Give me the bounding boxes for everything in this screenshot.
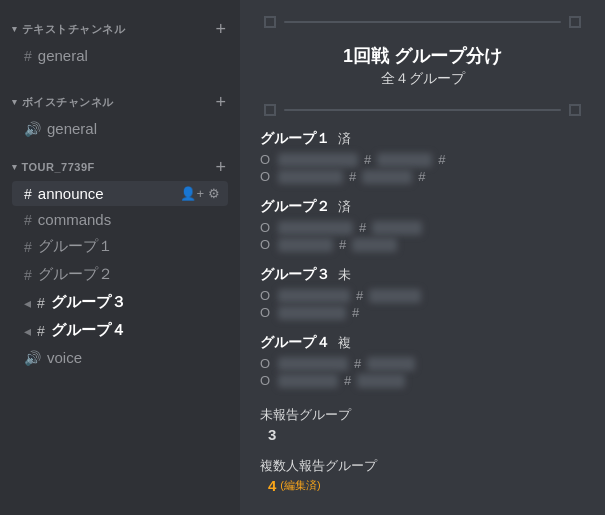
channel-label-announce: announce [38,185,104,202]
bottom-bar-box-left [264,104,276,116]
group-block-2: グループ２ 済 O # O # [260,198,585,252]
group4-status: 複 [338,334,351,352]
announce-actions: 👤+ ⚙ [180,186,220,201]
group2-team1-name1 [278,221,353,235]
group4-team1-row: O # [260,356,585,371]
voice-channels-label: ボイスチャンネル [22,95,114,110]
group4-team1-name1 [278,357,348,371]
group2-title-row: グループ２ 済 [260,198,585,216]
group3-title-row: グループ３ 未 [260,266,585,284]
group1-name: グループ１ [260,130,330,148]
add-member-icon[interactable]: 👤+ [180,186,204,201]
group1-status: 済 [338,130,351,148]
sidebar-item-general-text[interactable]: # general [12,43,228,68]
main-content: 1回戦 グループ分け 全４グループ グループ１ 済 O # # O # # グ [240,0,605,515]
group2-name: グループ２ [260,198,330,216]
multiple-value-row: 4 (編集済) [260,477,585,494]
group4-team2-name2 [357,374,405,388]
group2-status: 済 [338,198,351,216]
voice-channels-chevron: ▾ [12,97,18,107]
group4-team1-marker: O [260,356,272,371]
server-name-row[interactable]: ▾ TOUR_7739F + [8,154,232,180]
group1-team1-hash2: # [438,152,445,167]
hash-icon-commands: # [24,212,32,228]
top-bar-box-right [569,16,581,28]
group2-team2-row: O # [260,237,585,252]
group3-team2-hash1: # [352,305,359,320]
sidebar-item-group4[interactable]: ◂ # グループ４ [12,317,228,344]
hash-icon-group3: ◂ [24,295,31,311]
group1-team1-marker: O [260,152,272,167]
group2-team1-marker: O [260,220,272,235]
channel-label-group2: グループ２ [38,265,113,284]
group-block-4: グループ４ 複 O # O # [260,334,585,388]
group4-team2-name1 [278,374,338,388]
group2-team1-name2 [372,221,422,235]
group2-team2-marker: O [260,237,272,252]
sidebar-item-group2[interactable]: # グループ２ [12,261,228,288]
multiple-section: 複数人報告グループ 4 (編集済) [260,457,585,494]
group4-name: グループ４ [260,334,330,352]
text-channels-chevron: ▾ [12,24,18,34]
group2-team1-hash1: # [359,220,366,235]
unreported-label: 未報告グループ [260,406,585,424]
bottom-bar-line [284,109,561,111]
group1-team1-name2 [377,153,432,167]
summary-section: 未報告グループ 3 [260,406,585,443]
bottom-deco-bar [260,104,585,116]
top-bar-line [284,21,561,23]
top-bar [260,16,585,28]
text-channels-section: ▾ テキストチャンネル + # general [0,0,240,73]
top-bar-box-left [264,16,276,28]
group3-team2-marker: O [260,305,272,320]
hash-icon-group2: # [24,267,32,283]
group2-team1-row: O # [260,220,585,235]
group1-team2-hash2: # [418,169,425,184]
voice-channels-header[interactable]: ▾ ボイスチャンネル + [8,89,232,115]
sidebar-item-commands[interactable]: # commands [12,207,228,232]
sidebar-item-announce[interactable]: # announce 👤+ ⚙ [12,181,228,206]
hash-icon-announce: # [24,186,32,202]
add-voice-channel-button[interactable]: + [213,93,228,111]
channel-label-group1: グループ１ [38,237,113,256]
channel-label-general-text: general [38,47,88,64]
channel-label-commands: commands [38,211,111,228]
group4-team2-row: O # [260,373,585,388]
channel-label-voice: voice [47,349,82,366]
hash-icon-group4: ◂ [24,323,31,339]
group3-team2-name1 [278,306,346,320]
add-server-channel-button[interactable]: + [213,158,228,176]
hash-icon: # [24,48,32,64]
hash-icon-group1: # [24,239,32,255]
server-chevron: ▾ [12,162,18,172]
group2-team2-hash1: # [339,237,346,252]
content-subtitle: 全４グループ [260,70,585,88]
group1-team2-name2 [362,170,412,184]
unreported-value: 3 [268,426,585,443]
group4-title-row: グループ４ 複 [260,334,585,352]
group3-team1-row: O # [260,288,585,303]
settings-icon[interactable]: ⚙ [208,186,220,201]
group3-team1-name1 [278,289,350,303]
group2-team2-name1 [278,238,333,252]
sidebar-item-voice[interactable]: 🔊 voice [12,345,228,370]
channel-label-group4: グループ４ [51,321,126,340]
voice-channels-section: ▾ ボイスチャンネル + 🔊 general [0,73,240,146]
group1-team2-marker: O [260,169,272,184]
text-channels-header[interactable]: ▾ テキストチャンネル + [8,16,232,42]
group1-team2-row: O # # [260,169,585,184]
add-text-channel-button[interactable]: + [213,20,228,38]
bottom-bar-box-right [569,104,581,116]
channel-label-general-voice: general [47,120,97,137]
group3-team2-row: O # [260,305,585,320]
sidebar-item-group3[interactable]: ◂ # グループ３ [12,289,228,316]
group4-team2-hash1: # [344,373,351,388]
group-block-1: グループ１ 済 O # # O # # [260,130,585,184]
sidebar: ▾ テキストチャンネル + # general ▾ ボイスチャンネル + 🔊 g… [0,0,240,515]
sidebar-item-group1[interactable]: # グループ１ [12,233,228,260]
channel-label-group3: グループ３ [51,293,126,312]
sidebar-item-general-voice[interactable]: 🔊 general [12,116,228,141]
group1-title-row: グループ１ 済 [260,130,585,148]
group1-team2-hash1: # [349,169,356,184]
group2-team2-name2 [352,238,397,252]
